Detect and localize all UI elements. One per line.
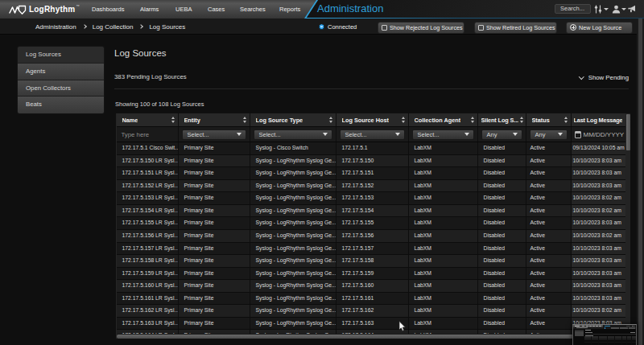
sort-icon[interactable] [329,117,332,123]
table-row[interactable]: 172.17.5.150 LR Sysl...Primary SiteSyslo… [117,155,631,168]
table-row[interactable]: 172.17.5.161 LR Sysl...Primary SiteSyslo… [117,293,631,306]
logrhythm-logo-icon [9,4,27,15]
horizontal-scrollbar-thumb[interactable] [117,335,630,339]
filter-dropdown[interactable]: Select... [254,129,332,140]
sort-icon[interactable] [564,117,568,123]
table-cell: LabXM [409,293,478,305]
nav-item-cases[interactable]: Cases [208,0,225,18]
screen-share-thumbnail[interactable] [572,324,637,345]
pending-section: 383 Pending Log Sources Show Pending [114,70,629,84]
table-row[interactable]: 172.17.5.155 LR Sysl...Primary SiteSyslo… [117,217,631,230]
table-cell: 172.17.5.160 [336,280,409,292]
sort-icon[interactable] [471,117,474,123]
show-pending-toggle[interactable]: Show Pending [580,70,629,84]
table-cell: 172.17.5.151 [336,167,409,179]
global-search-input[interactable]: Search... [555,4,591,14]
table-horizontal-scrollbar[interactable] [117,334,631,339]
table-cell: 172.17.5.152 LR Sysl... [117,180,179,192]
breadcrumb: AdministrationLog CollectionLog Sources [35,18,185,35]
show-rejected-checkbox[interactable] [382,25,387,31]
column-header-name[interactable]: Name [117,113,179,126]
table-row[interactable]: 172.17.5.157 LR Sysl...Primary SiteSyslo… [117,243,631,256]
table-cell: 172.17.5.1 Cisco Swit... [117,142,179,154]
filter-dropdown[interactable]: Any [481,129,522,140]
table-cell: 172.17.5.156 LR Sysl... [117,230,179,242]
table-cell: Disabled [478,180,526,192]
sort-icon[interactable] [243,117,246,123]
table-cell: Active [526,280,572,292]
table-cell: Syslog - LogRhythm Syslog Ge... [250,167,336,179]
sidebar-item-agents[interactable]: Agents [18,64,104,80]
sort-icon[interactable] [402,117,405,123]
show-retired-log-sources-button[interactable]: Show Retired Log Sources [474,22,557,34]
user-caret-icon[interactable] [621,0,626,18]
breadcrumb-item-log-sources[interactable]: Log Sources [149,23,185,31]
column-header-log-source-type[interactable]: Log Source Type [250,113,336,126]
filter-dropdown[interactable]: Select... [182,129,246,140]
nav-item-dashboards[interactable]: Dashboards [92,0,124,18]
show-retired-checkbox[interactable] [478,25,484,31]
name-filter-input[interactable]: Type here [122,127,150,142]
table-row[interactable]: 172.17.5.154 LR Sysl...Primary SiteSyslo… [117,205,631,218]
vertical-scrollbar-thumb[interactable] [626,114,630,150]
nav-item-searches[interactable]: Searches [240,0,266,18]
breadcrumb-item-administration[interactable]: Administration [35,23,76,31]
table-cell: Disabled [478,155,526,167]
table-cell: Active [526,192,572,204]
new-log-source-button[interactable]: New Log Source [566,22,633,34]
app-window: LogRhythm ™ DashboardsAlarmsUEBACasesSea… [0,0,644,345]
preferences-caret-icon[interactable] [604,0,609,18]
filter-dropdown[interactable]: Select... [340,129,405,140]
announcements-megaphone-icon[interactable] [628,0,637,18]
filter-dropdown[interactable]: Any [530,129,568,140]
table-row[interactable]: 172.17.5.153 LR Sysl...Primary SiteSyslo… [117,192,631,205]
column-header-log-source-host[interactable]: Log Source Host [336,113,409,126]
table-cell: Syslog - LogRhythm Syslog Ge... [250,280,336,292]
logrhythm-logo[interactable]: LogRhythm ™ [9,3,80,15]
column-header-collection-agent[interactable]: Collection Agent [409,113,478,126]
nav-item-alarms[interactable]: Alarms [140,0,159,18]
table-row[interactable]: 172.17.5.1 Cisco Swit...Primary SiteSysl… [117,142,631,155]
show-rejected-log-sources-button[interactable]: Show Rejected Log Sources [378,22,464,34]
sidebar-item-log-sources[interactable]: Log Sources [18,47,104,64]
filter-dropdown[interactable]: Select... [412,129,474,140]
sort-icon[interactable] [520,117,523,123]
table-row[interactable]: 172.17.5.163 LR Sysl...Primary SiteSyslo… [117,318,631,331]
nav-item-administration[interactable]: Administration [317,0,383,18]
table-row[interactable]: 172.17.5.162 LR Sysl...Primary SiteSyslo… [117,305,631,318]
table-cell: Primary Site [179,305,250,317]
table-row[interactable]: 172.17.5.156 LR Sysl...Primary SiteSyslo… [117,230,631,243]
sort-icon[interactable] [171,117,175,123]
table-cell: 172.17.5.154 LR Sysl... [117,205,179,217]
column-header-entity[interactable]: Entity [179,113,250,126]
thumbnail-sidebar-item [575,335,584,336]
table-cell: 172.17.5.150 [336,155,409,167]
calendar-icon[interactable] [575,131,581,138]
table-row[interactable]: 172.17.5.152 LR Sysl...Primary SiteSyslo… [117,180,631,193]
breadcrumb-item-log-collection[interactable]: Log Collection [93,23,134,31]
preferences-sliders-icon[interactable] [594,0,602,18]
table-cell: Active [526,142,572,154]
user-profile-icon[interactable] [612,0,621,18]
column-header-status[interactable]: Status [526,113,572,126]
column-header-last-log-message[interactable]: Last Log Message [572,113,626,126]
table-row[interactable]: 172.17.5.151 LR Sysl...Primary SiteSyslo… [117,167,631,180]
column-header-silent-log-s[interactable]: Silent Log S... [478,113,526,126]
nav-item-ueba[interactable]: UEBA [175,0,192,18]
table-row[interactable]: 172.17.5.158 LR Sysl...Primary SiteSyslo… [117,255,631,268]
table-row[interactable]: 172.17.5.160 LR Sysl...Primary SiteSyslo… [117,280,631,293]
thumbnail-column-line [621,336,622,345]
table-vertical-scrollbar[interactable] [625,113,630,334]
table-cell: 172.17.5.153 [336,192,409,204]
sidebar-item-beats[interactable]: Beats [18,97,104,113]
breadcrumb-bar: AdministrationLog CollectionLog Sources … [0,18,644,35]
page-scrollbar-thumb[interactable] [638,18,642,345]
sidebar-item-open-collectors[interactable]: Open Collectors [18,80,104,97]
table-cell: 10/10/2023 8:03 am [572,255,626,267]
table-cell: LabXM [409,167,478,179]
nav-item-reports[interactable]: Reports [279,0,300,18]
thumbnail-column-line [631,336,632,345]
date-filter-input[interactable]: MM/DD/YYYY [575,127,625,142]
table-row[interactable]: 172.17.5.159 LR Sysl...Primary SiteSyslo… [117,268,631,281]
page-scrollbar[interactable] [637,18,644,345]
